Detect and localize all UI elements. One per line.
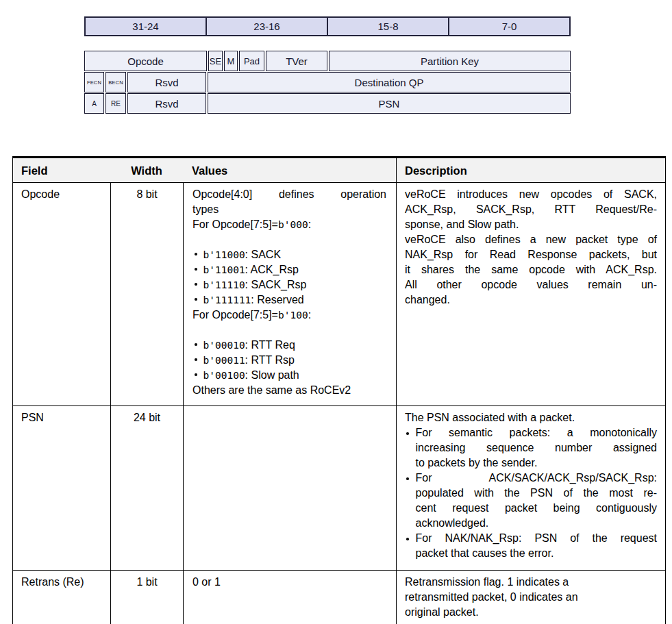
- cell-description-psn: The PSN associated with a packet. For se…: [396, 406, 665, 570]
- field-opcode-cell: Opcode: [84, 51, 207, 71]
- cell-width-retrans: 1 bit: [110, 571, 183, 624]
- opcode-binary-code: b'11000: [203, 247, 245, 262]
- field-psn-cell: PSN: [208, 93, 571, 114]
- values-line: For Opcode[7:5]=b'000:: [192, 217, 386, 232]
- values-bullet-item: b'00100: Slow path: [192, 368, 386, 383]
- bullet-dot: [195, 253, 197, 255]
- bit-range-15-8: 15-8: [327, 18, 448, 35]
- for-suffix: :: [308, 219, 311, 230]
- header-description: Description: [396, 158, 665, 182]
- bullet-dot: [195, 283, 197, 286]
- cell-values-psn: [183, 406, 396, 570]
- values-bullet-item: b'11110: SACK_Rsp: [192, 277, 386, 292]
- bullet-dot: [195, 268, 197, 271]
- description-bullet-item: For NAK/NAK_Rsp: PSN of the request pack…: [405, 531, 657, 561]
- opcode-binary-code: b'00010: [203, 338, 245, 353]
- bullet-text: : ACK_Rsp: [245, 262, 299, 277]
- values-bullet-item: b'00011: RTT Rsp: [192, 353, 386, 368]
- description-line: retransmitted packet, 0 indicates an: [405, 590, 657, 605]
- description-line: For ACK/SACK/ACK_Rsp/SACK_Rsp:: [416, 471, 658, 486]
- description-line: The PSN associated with a packet.: [405, 410, 657, 425]
- opcode-binary-code: b'11001: [203, 262, 245, 277]
- cell-description-retrans: Retransmission flag. 1 indicates a retra…: [396, 571, 665, 624]
- description-line: to packets by the sender.: [416, 455, 658, 471]
- for-suffix: :: [308, 309, 311, 321]
- blank-line: [192, 323, 386, 338]
- bullet-dot: [195, 373, 197, 376]
- bullet-dot: [195, 358, 197, 361]
- field-se-cell: SE: [208, 51, 223, 71]
- description-line: veRoCE introduces new opcodes of SACK,: [405, 187, 657, 202]
- cell-width-opcode: 8 bit: [110, 183, 183, 405]
- cell-field-opcode: Opcode: [13, 183, 110, 405]
- values-line: Others are the same as RoCEv2: [192, 383, 386, 398]
- bullet-text: : RTT Req: [245, 338, 295, 353]
- packet-row-2: FECN BECN Rsvd Destination QP: [84, 72, 571, 92]
- header-values: Values: [183, 158, 396, 182]
- field-m-cell: M: [224, 51, 238, 71]
- description-line: Retransmission flag. 1 indicates a: [405, 575, 657, 590]
- field-a-cell: A: [84, 93, 104, 114]
- bullet-dot: [406, 538, 409, 540]
- values-bullet-item: b'11000: SACK: [192, 247, 386, 262]
- values-line: types: [192, 202, 386, 217]
- bit-range-header: 31-24 23-16 15-8 7-0: [84, 16, 571, 36]
- values-line: For Opcode[7:5]=b'100:: [192, 308, 386, 323]
- field-re-cell: RE: [105, 93, 126, 114]
- header-field: Field: [13, 158, 110, 182]
- field-destination-qp-cell: Destination QP: [208, 72, 571, 92]
- description-line: changed.: [405, 292, 657, 308]
- bullet-text: For ACK/SACK/ACK_Rsp/SACK_Rsp: populated…: [416, 471, 658, 531]
- description-line: populated with the PSN of the most re-: [416, 486, 658, 501]
- cell-width-psn: 24 bit: [110, 406, 183, 570]
- description-line: increasing sequence number assigned: [416, 440, 658, 455]
- field-rsvd-cell-1: Rsvd: [127, 72, 206, 92]
- bullet-text: : RTT Rsp: [245, 353, 295, 368]
- table-row-psn: PSN 24 bit The PSN associated with a pac…: [13, 405, 665, 570]
- table-header-row: Field Width Values Description: [13, 158, 665, 182]
- bullet-text: : Reserved: [251, 292, 303, 308]
- bullet-dot: [406, 432, 409, 435]
- opcode-binary-code: b'111111: [203, 292, 251, 308]
- bit-range-31-24: 31-24: [86, 18, 206, 35]
- for-prefix: For Opcode[7:5]=: [192, 219, 278, 230]
- field-partition-key-cell: Partition Key: [329, 51, 571, 71]
- description-line: sponse, and Slow path.: [405, 217, 657, 232]
- cell-field-retrans: Retrans (Re): [13, 571, 110, 624]
- field-tver-cell: TVer: [266, 51, 327, 71]
- table-row-retrans: Retrans (Re) 1 bit 0 or 1 Retransmission…: [13, 570, 665, 624]
- cell-values-retrans: 0 or 1: [183, 571, 396, 624]
- description-line: cent request packet being contiguously: [416, 501, 658, 516]
- for-prefix: For Opcode[7:5]=: [192, 309, 278, 321]
- bullet-dot: [406, 477, 409, 480]
- document-page: 31-24 23-16 15-8 7-0 Opcode SE M Pad TVe…: [0, 0, 672, 624]
- description-bullet-item: For semantic packets: a monotonically in…: [405, 425, 657, 471]
- bullet-text: : SACK: [245, 247, 281, 262]
- bit-range-7-0: 7-0: [448, 18, 569, 35]
- values-line: Opcode[4:0] defines operation: [192, 187, 386, 202]
- opcode-binary-code: b'11110: [203, 277, 245, 292]
- values-bullet-item: b'11001: ACK_Rsp: [192, 262, 386, 277]
- opcode-binary-code: b'00011: [203, 353, 245, 368]
- bullet-dot: [195, 343, 197, 346]
- cell-values-opcode: Opcode[4:0] defines operation types For …: [183, 183, 396, 405]
- field-becn-cell: BECN: [105, 72, 126, 92]
- opcode-binary-code: b'000: [278, 219, 308, 230]
- values-bullet-item: b'111111: Reserved: [192, 292, 386, 308]
- bullet-text: For NAK/NAK_Rsp: PSN of the request pack…: [416, 531, 658, 561]
- bullet-dot: [195, 298, 197, 301]
- bit-range-23-16: 23-16: [206, 18, 327, 35]
- description-line: packet that causes the error.: [416, 546, 658, 561]
- bullet-text: For semantic packets: a monotonically in…: [416, 425, 658, 471]
- table-row-opcode: Opcode 8 bit Opcode[4:0] defines operati…: [13, 182, 665, 405]
- description-line: For NAK/NAK_Rsp: PSN of the request: [416, 531, 658, 546]
- opcode-binary-code: b'00100: [203, 368, 245, 383]
- values-bullet-item: b'00010: RTT Req: [192, 338, 386, 353]
- field-description-table: Field Width Values Description Opcode 8 …: [12, 156, 666, 624]
- description-line: it shares the same opcode with ACK_Rsp.: [405, 262, 657, 277]
- description-line: For semantic packets: a monotonically: [416, 425, 658, 440]
- field-rsvd-cell-2: Rsvd: [127, 93, 206, 114]
- field-fecn-cell: FECN: [84, 72, 104, 92]
- cell-field-psn: PSN: [13, 406, 110, 570]
- description-line: original packet.: [405, 605, 657, 620]
